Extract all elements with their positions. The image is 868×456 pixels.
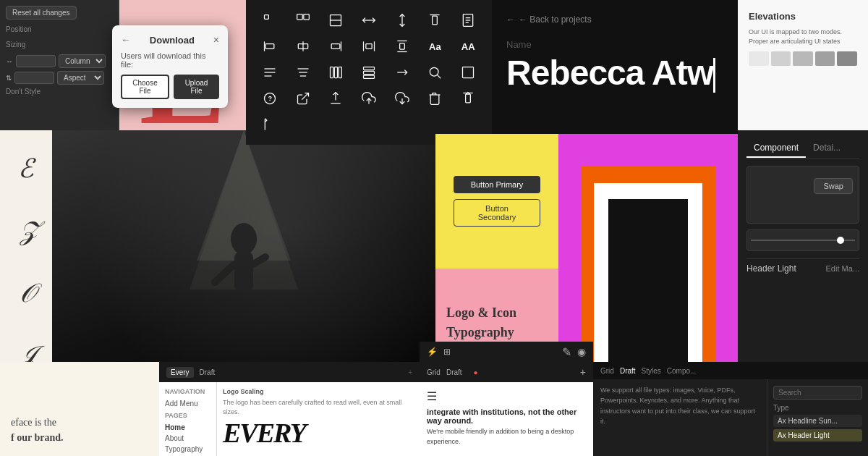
frame2-icon[interactable]	[290, 7, 316, 33]
headline-option[interactable]: Ax Headline Sun...	[773, 415, 862, 427]
svg-rect-1	[297, 14, 302, 20]
dont-style-label: Don't Style	[6, 88, 113, 96]
frame4-icon[interactable]	[356, 7, 382, 33]
crop-icon[interactable]	[455, 59, 481, 85]
dr-tab-components[interactable]: Compo...	[667, 367, 697, 375]
rows-icon[interactable]	[356, 59, 382, 85]
edit-icon[interactable]: ✎	[562, 345, 571, 359]
ratio-row: ⇅ 4:3 Aspect	[6, 71, 113, 85]
design-right-panel: Grid Draft Styles Compo... We support al…	[593, 362, 868, 456]
help-circle-icon[interactable]: ?	[257, 85, 283, 111]
component-tabs: Component Detai...	[746, 139, 859, 159]
slider-thumb	[837, 237, 844, 244]
svg-rect-35	[363, 71, 374, 74]
every-tab-every[interactable]: Every	[166, 367, 194, 378]
upload-icon[interactable]	[356, 85, 382, 111]
mobile-plus-icon[interactable]: +	[580, 366, 586, 378]
col-input[interactable]: 5 col	[16, 55, 56, 67]
svg-rect-31	[331, 67, 333, 78]
list-center-icon[interactable]	[290, 59, 316, 85]
mobile-tab-draft[interactable]: Draft	[446, 368, 462, 376]
button-primary[interactable]: Button Primary	[454, 176, 540, 193]
ratio-type-select[interactable]: Aspect	[57, 71, 104, 85]
trash-icon[interactable]	[422, 85, 448, 111]
col-row: ↔ 5 col Columns	[6, 54, 113, 68]
external-link-icon[interactable]	[290, 85, 316, 111]
distribute-v-icon[interactable]	[389, 33, 415, 59]
name-field-value[interactable]: Rebecca Atw	[506, 56, 723, 93]
main-container: Reset all changes Position Sizing ↔ 5 co…	[0, 0, 868, 456]
hamburger-icon[interactable]: ☰	[427, 389, 586, 403]
choose-file-button[interactable]: Choose File	[121, 75, 169, 99]
list-left-icon[interactable]	[257, 59, 283, 85]
dialog-title: Download	[150, 35, 195, 46]
elevation-bars	[749, 51, 857, 66]
distribute-h-icon[interactable]	[356, 33, 382, 59]
swap-button[interactable]: Swap	[814, 178, 853, 194]
tab-detail[interactable]: Detai...	[806, 139, 848, 158]
letter-e: ℰ	[18, 156, 34, 182]
mobile-tab-grid[interactable]: Grid	[427, 368, 441, 376]
align-left2-icon[interactable]	[257, 111, 283, 138]
nav-typography[interactable]: Typography	[165, 444, 210, 455]
align-top-icon[interactable]	[422, 7, 448, 33]
nav-add-menu[interactable]: Add Menu	[165, 398, 210, 409]
mobile-ui-panel: Grid Draft ● + ☰ integrate with institut…	[420, 362, 593, 456]
pull-down-icon[interactable]	[323, 85, 349, 111]
grid-icon[interactable]: ⊞	[443, 347, 451, 357]
elevations-title: Elevations	[749, 11, 857, 22]
edit-main-button[interactable]: Edit Ma...	[826, 264, 859, 273]
svg-rect-24	[399, 43, 404, 49]
align-left-icon[interactable]	[257, 33, 283, 59]
button-secondary[interactable]: Button Secondary	[454, 199, 540, 227]
lightning-icon[interactable]: ⚡	[427, 347, 438, 357]
every-tab-draft[interactable]: Draft	[200, 368, 216, 376]
mobile-content-text: We're mobile friendly in addition to bei…	[427, 427, 586, 447]
tab-component[interactable]: Component	[746, 139, 806, 158]
elevation-bar-1	[749, 51, 769, 66]
page-icon[interactable]	[455, 7, 481, 33]
frame-icon[interactable]	[257, 7, 283, 33]
design-text-1: We support all file types: images, Voice…	[600, 385, 760, 427]
component-slider[interactable]	[746, 229, 859, 251]
text-size-lg-icon[interactable]: AA	[455, 33, 481, 59]
align-center-h-icon[interactable]	[290, 33, 316, 59]
svg-rect-14	[265, 44, 274, 49]
logo-section-label: Logo Scaling	[223, 388, 414, 395]
nav-home[interactable]: Home	[165, 422, 210, 433]
upload-file-button[interactable]: Upload File	[174, 75, 219, 99]
dr-tab-styles[interactable]: Styles	[642, 367, 661, 375]
nav-about[interactable]: About	[165, 433, 210, 444]
design-right-main-content: We support all file types: images, Voice…	[593, 379, 767, 456]
design-right-sidebar: Type Ax Headline Sun... Ax Header Light	[767, 379, 868, 456]
header-light-option[interactable]: Ax Header Light	[773, 429, 862, 442]
back-arrow[interactable]: ←	[121, 34, 131, 46]
elevations-panel: Elevations Our UI is mapped to two modes…	[738, 0, 868, 130]
frame5-icon[interactable]	[389, 7, 415, 33]
frame3-icon[interactable]	[323, 7, 349, 33]
dr-tab-draft[interactable]: Draft	[620, 367, 636, 375]
brand-typography: Typography	[446, 324, 514, 342]
svg-line-43	[302, 93, 308, 100]
back-to-projects-link[interactable]: ← ← Back to projects	[506, 14, 723, 25]
ratio-input[interactable]: 4:3	[14, 72, 54, 84]
search-icon[interactable]	[422, 59, 448, 85]
design-search-input[interactable]	[773, 386, 862, 400]
elevation-bar-5	[837, 51, 857, 66]
header-light-row: Header Light Edit Ma...	[746, 258, 859, 278]
every-ui-panel: Every Draft + Navigation Add Menu Pages …	[159, 362, 420, 456]
close-icon[interactable]: ×	[213, 34, 219, 46]
reset-button[interactable]: Reset all changes	[6, 6, 77, 20]
align-right-icon[interactable]	[323, 33, 349, 59]
dash-icon[interactable]	[389, 59, 415, 85]
icon-grid-panel: Aa AA ?	[246, 0, 492, 145]
plus-icon[interactable]: +	[408, 368, 412, 376]
col-type-select[interactable]: Columns	[59, 54, 106, 68]
download-icon[interactable]	[389, 85, 415, 111]
align-text-top-icon[interactable]	[455, 85, 481, 111]
letter-z: 𝒵	[17, 218, 35, 244]
eye-icon[interactable]: ◉	[577, 346, 586, 358]
dr-tab-grid[interactable]: Grid	[600, 367, 614, 375]
text-size-sm-icon[interactable]: Aa	[422, 33, 448, 59]
columns-icon[interactable]	[323, 59, 349, 85]
